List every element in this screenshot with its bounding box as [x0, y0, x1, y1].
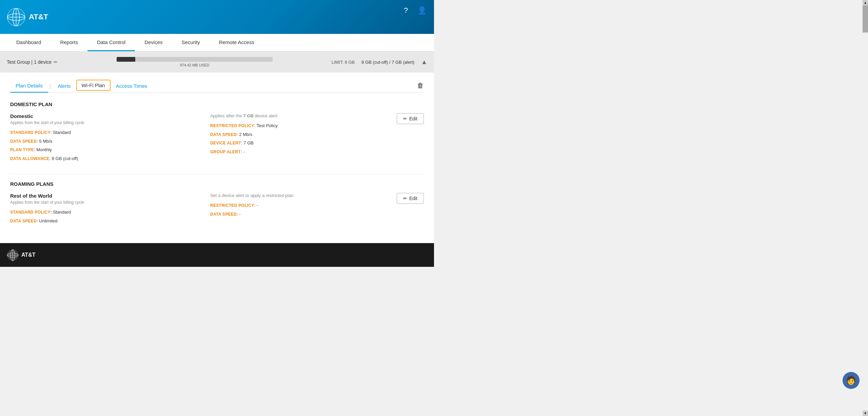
- footer-logo-text: AT&T: [21, 252, 35, 258]
- tabs: Plan Details | Alerts Wi-Fi Plan Access …: [10, 79, 424, 93]
- usage-bar-track: [117, 57, 273, 62]
- domestic-sep-0: : Standard: [51, 130, 71, 135]
- roaming-plan-left: Rest of the World Applies from the start…: [10, 193, 197, 226]
- footer-globe-icon: [7, 249, 19, 261]
- domestic-plan-name: Domestic: [10, 113, 197, 119]
- header-icons: ? 👤: [400, 5, 427, 16]
- roaming-right-label-1: DATA SPEED: [210, 212, 237, 217]
- roaming-section-title: ROAMING PLANS: [10, 181, 424, 187]
- roaming-right-val-1: : -: [237, 212, 241, 217]
- help-icon: ?: [404, 6, 408, 15]
- domestic-field-1: DATA SPEED: 5 Mb/s: [10, 138, 197, 145]
- usage-label: 974.42 MB USED: [180, 63, 209, 67]
- group-edit-icon[interactable]: ✏: [54, 59, 58, 65]
- roaming-field-0: STANDARD POLICY: Standard: [10, 209, 197, 216]
- usage-bar-fill: [117, 57, 135, 62]
- domestic-label-3: DATA ALLOWANCE: [10, 156, 50, 161]
- tab-plan-details[interactable]: Plan Details: [10, 79, 48, 93]
- domestic-edit-pencil-icon: ✏: [403, 116, 407, 121]
- tab-separator-1: |: [48, 83, 52, 89]
- domestic-label-2: PLAN TYPE: [10, 147, 34, 152]
- domestic-right-label-2: DEVICE ALERT: [210, 141, 241, 145]
- header-logo: AT&T: [7, 8, 48, 26]
- usage-bar-container: 974.42 MB USED: [64, 57, 325, 67]
- domestic-right-val-3: : -: [241, 149, 245, 154]
- domestic-sep-2: : Monthly: [34, 147, 52, 152]
- cutoff-label: 8 GB (cut-off) / 7 GB (alert): [361, 60, 414, 65]
- domestic-right-val-0: : Test Policy: [254, 123, 278, 128]
- domestic-right-label-1: DATA SPEED: [210, 132, 237, 137]
- roaming-edit-label: Edit: [409, 196, 417, 201]
- delete-button[interactable]: 🗑: [417, 82, 424, 90]
- roaming-right-field-0: RESTRICTED POLICY: -: [210, 202, 397, 209]
- group-title: Test Group | 1 device ✏: [7, 59, 58, 65]
- domestic-plan-right: Applies after the 7 GB device alert REST…: [197, 113, 397, 157]
- domestic-plan-left: Domestic Applies from the start of your …: [10, 113, 197, 164]
- roaming-edit-pencil-icon: ✏: [403, 196, 407, 201]
- limit-label: LIMIT: 8 GB: [332, 60, 355, 65]
- domestic-right-val-1: : 2 Mb/s: [237, 132, 252, 137]
- roaming-val-1: : Unlimited: [37, 218, 57, 223]
- roaming-val-0: : Standard: [51, 210, 71, 215]
- domestic-plan-subtitle: Applies from the start of your billing c…: [10, 120, 197, 125]
- header: AT&T ? 👤: [0, 0, 434, 34]
- domestic-sep-3: : 8 GB (cut-off): [50, 156, 78, 161]
- main-nav: Dashboard Reports Data Control Devices S…: [0, 34, 434, 52]
- domestic-edit-label: Edit: [409, 116, 417, 121]
- section-divider: [10, 174, 424, 174]
- main-content: Plan Details | Alerts Wi-Fi Plan Access …: [0, 73, 434, 243]
- nav-item-data-control[interactable]: Data Control: [87, 34, 135, 51]
- group-bar: Test Group | 1 device ✏ 974.42 MB USED L…: [0, 52, 434, 73]
- domestic-field-2: PLAN TYPE: Monthly: [10, 146, 197, 153]
- user-icon: 👤: [417, 6, 427, 15]
- group-title-text: Test Group | 1 device: [7, 59, 52, 65]
- roaming-field-1: DATA SPEED: Unlimited: [10, 218, 197, 224]
- domestic-edit-button[interactable]: ✏ Edit: [397, 113, 424, 124]
- domestic-field-3: DATA ALLOWANCE: 8 GB (cut-off): [10, 155, 197, 162]
- domestic-edit-wrapper: ✏ Edit: [397, 113, 424, 124]
- roaming-alert-subtitle: Set a device alert to apply a restricted…: [210, 193, 397, 198]
- roaming-plan-name: Rest of the World: [10, 193, 197, 199]
- domestic-right-field-0: RESTRICTED POLICY: Test Policy: [210, 122, 397, 129]
- footer: AT&T: [0, 243, 434, 267]
- tab-access-times[interactable]: Access Times: [111, 80, 153, 92]
- roaming-right-label-0: RESTRICTED POLICY: [210, 203, 254, 208]
- domestic-right-field-3: GROUP ALERT: -: [210, 148, 397, 155]
- roaming-right-val-0: : -: [254, 203, 258, 208]
- nav-item-devices[interactable]: Devices: [135, 34, 172, 51]
- roaming-plan-right: Set a device alert to apply a restricted…: [197, 193, 397, 219]
- nav-item-reports[interactable]: Reports: [51, 34, 87, 51]
- roaming-edit-button[interactable]: ✏ Edit: [397, 193, 424, 204]
- domestic-right-label-0: RESTRICTED POLICY: [210, 123, 254, 128]
- domestic-plan-row: Domestic Applies from the start of your …: [10, 113, 424, 164]
- roaming-right-field-1: DATA SPEED: -: [210, 211, 397, 218]
- roaming-label-1: DATA SPEED: [10, 219, 37, 223]
- user-button[interactable]: 👤: [416, 5, 427, 16]
- roaming-edit-wrapper: ✏ Edit: [397, 193, 424, 204]
- roaming-plan-subtitle: Applies from the start of your billing c…: [10, 200, 197, 205]
- domestic-right-field-1: DATA SPEED: 2 Mb/s: [210, 131, 397, 138]
- domestic-right-field-2: DEVICE ALERT: 7 GB: [210, 140, 397, 146]
- nav-item-remote-access[interactable]: Remote Access: [210, 34, 264, 51]
- help-button[interactable]: ?: [400, 5, 411, 16]
- domestic-label-1: DATA SPEED: [10, 139, 37, 144]
- header-logo-text: AT&T: [29, 13, 48, 21]
- roaming-label-0: STANDARD POLICY: [10, 210, 51, 215]
- domestic-right-val-2: : 7 GB: [241, 140, 254, 145]
- group-collapse-icon[interactable]: ▲: [421, 59, 427, 66]
- domestic-section-title: DOMESTIC PLAN: [10, 101, 424, 107]
- att-globe-icon: [7, 8, 25, 26]
- tab-wifi-plan[interactable]: Wi-Fi Plan: [76, 80, 111, 91]
- roaming-plan-row: Rest of the World Applies from the start…: [10, 193, 424, 226]
- footer-logo: AT&T: [7, 249, 35, 261]
- tab-alerts[interactable]: Alerts: [52, 80, 76, 92]
- domestic-sep-1: : 5 Mb/s: [37, 139, 52, 144]
- domestic-label-0: STANDARD POLICY: [10, 130, 51, 135]
- domestic-field-0: STANDARD POLICY: Standard: [10, 129, 197, 136]
- domestic-right-label-3: GROUP ALERT: [210, 150, 241, 154]
- nav-item-dashboard[interactable]: Dashboard: [7, 34, 51, 51]
- nav-item-security[interactable]: Security: [172, 34, 210, 51]
- domestic-alert-subtitle: Applies after the 7 GB device alert: [210, 113, 397, 118]
